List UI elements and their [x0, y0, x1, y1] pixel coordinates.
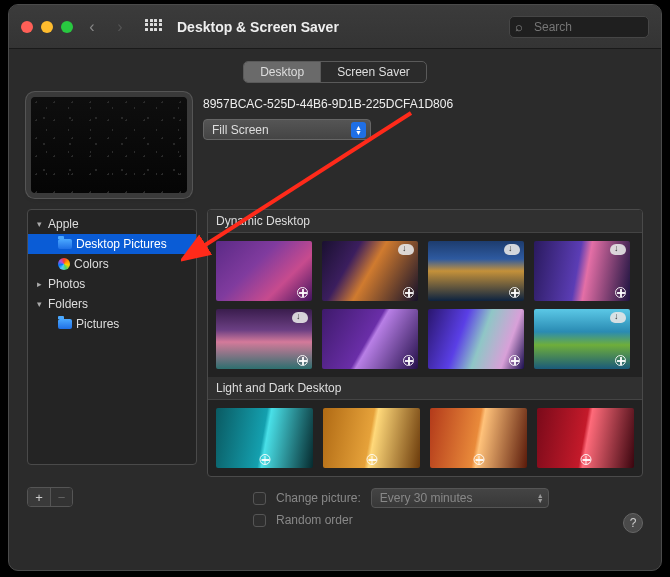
wallpaper-thumbnail[interactable]: [216, 309, 312, 369]
wallpaper-thumbnail[interactable]: [216, 241, 312, 301]
search-icon: ⌕: [515, 19, 523, 34]
cloud-download-icon: [292, 312, 308, 323]
wallpaper-thumbnail[interactable]: [323, 408, 420, 468]
dynamic-indicator-icon: [509, 287, 520, 298]
change-picture-checkbox[interactable]: [253, 492, 266, 505]
back-button[interactable]: ‹: [83, 18, 101, 36]
dynamic-indicator-icon: [297, 287, 308, 298]
content-area: 8957BCAC-525D-44B6-9D1B-225DCFA1D806 Fil…: [9, 93, 661, 477]
remove-source-button[interactable]: −: [50, 488, 72, 506]
fit-mode-select[interactable]: Fill Screen ▲▼: [203, 119, 371, 140]
dynamic-indicator-icon: [473, 454, 484, 465]
minimize-window-button[interactable]: [41, 21, 53, 33]
wallpaper-thumbnail[interactable]: [428, 241, 524, 301]
search-input[interactable]: [509, 16, 649, 38]
forward-button[interactable]: ›: [111, 18, 129, 36]
select-stepper-icon: ▲▼: [537, 493, 544, 503]
wallpaper-thumbnail[interactable]: [216, 408, 313, 468]
disclosure-triangle-icon[interactable]: ▾: [34, 299, 44, 309]
tab-screen-saver[interactable]: Screen Saver: [320, 62, 426, 82]
dynamic-indicator-icon: [403, 287, 414, 298]
random-order-checkbox[interactable]: [253, 514, 266, 527]
fit-mode-value: Fill Screen: [212, 123, 269, 137]
disclosure-triangle-icon[interactable]: ▸: [34, 279, 44, 289]
sidebar-item-desktop-pictures[interactable]: Desktop Pictures: [28, 234, 196, 254]
folder-icon: [58, 319, 72, 329]
change-interval-value: Every 30 minutes: [380, 491, 473, 505]
change-interval-select[interactable]: Every 30 minutes ▲▼: [371, 488, 549, 508]
wallpaper-thumbnail[interactable]: [428, 309, 524, 369]
titlebar: ‹ › Desktop & Screen Saver ⌕: [9, 5, 661, 49]
preferences-window: ‹ › Desktop & Screen Saver ⌕ Desktop Scr…: [8, 4, 662, 571]
dynamic-indicator-icon: [615, 355, 626, 366]
sidebar-item-photos[interactable]: ▸ Photos: [28, 274, 196, 294]
color-wheel-icon: [58, 258, 70, 270]
help-button[interactable]: ?: [623, 513, 643, 533]
sidebar-item-label: Pictures: [76, 317, 119, 331]
dynamic-indicator-icon: [403, 355, 414, 366]
sidebar-item-colors[interactable]: Colors: [28, 254, 196, 274]
wallpaper-thumbnail[interactable]: [430, 408, 527, 468]
cloud-download-icon: [610, 244, 626, 255]
dynamic-indicator-icon: [580, 454, 591, 465]
search-field-wrap: ⌕: [509, 16, 649, 38]
sidebar-item-label: Photos: [48, 277, 85, 291]
sidebar-item-label: Desktop Pictures: [76, 237, 167, 251]
source-sidebar: ▾ Apple Desktop Pictures Colors ▸ Photos…: [27, 209, 197, 465]
dynamic-indicator-icon: [509, 355, 520, 366]
sidebar-item-label: Folders: [48, 297, 88, 311]
sidebar-item-folders[interactable]: ▾ Folders: [28, 294, 196, 314]
select-stepper-icon: ▲▼: [351, 122, 366, 138]
gallery-section-header: Dynamic Desktop: [208, 210, 642, 233]
wallpaper-preview: [31, 97, 187, 193]
random-order-label: Random order: [276, 513, 353, 527]
footer: + − Change picture: Every 30 minutes ▲▼ …: [9, 477, 661, 531]
show-all-icon[interactable]: [145, 19, 161, 35]
disclosure-triangle-icon[interactable]: ▾: [34, 219, 44, 229]
sidebar-item-apple[interactable]: ▾ Apple: [28, 214, 196, 234]
cloud-download-icon: [504, 244, 520, 255]
change-picture-label: Change picture:: [276, 491, 361, 505]
segmented-control: Desktop Screen Saver: [243, 61, 427, 83]
add-remove-control: + −: [27, 487, 73, 507]
wallpaper-thumbnail[interactable]: [534, 241, 630, 301]
add-source-button[interactable]: +: [28, 488, 50, 506]
tab-bar: Desktop Screen Saver: [9, 49, 661, 93]
dynamic-indicator-icon: [366, 454, 377, 465]
wallpaper-filename: 8957BCAC-525D-44B6-9D1B-225DCFA1D806: [203, 97, 643, 111]
close-window-button[interactable]: [21, 21, 33, 33]
wallpaper-thumbnail[interactable]: [322, 309, 418, 369]
wallpaper-gallery: Dynamic Desktop Light and Dark Desktop: [207, 209, 643, 477]
window-controls: [21, 21, 73, 33]
cloud-download-icon: [610, 312, 626, 323]
tab-desktop[interactable]: Desktop: [244, 62, 320, 82]
sidebar-item-pictures[interactable]: Pictures: [28, 314, 196, 334]
folder-icon: [58, 239, 72, 249]
sidebar-item-label: Apple: [48, 217, 79, 231]
gallery-section-header: Light and Dark Desktop: [208, 377, 642, 400]
window-title: Desktop & Screen Saver: [177, 19, 339, 35]
sidebar-item-label: Colors: [74, 257, 109, 271]
wallpaper-thumbnail[interactable]: [534, 309, 630, 369]
fullscreen-window-button[interactable]: [61, 21, 73, 33]
dynamic-indicator-icon: [259, 454, 270, 465]
wallpaper-thumbnail[interactable]: [322, 241, 418, 301]
dynamic-indicator-icon: [297, 355, 308, 366]
cloud-download-icon: [398, 244, 414, 255]
wallpaper-thumbnail[interactable]: [537, 408, 634, 468]
dynamic-indicator-icon: [615, 287, 626, 298]
